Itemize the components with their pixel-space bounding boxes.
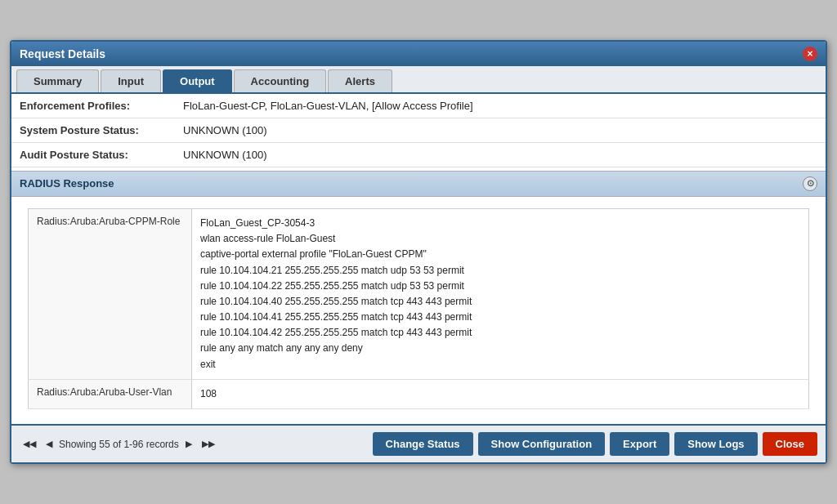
title-bar: Request Details × (11, 42, 826, 66)
action-buttons: Change Status Show Configuration Export … (373, 432, 817, 456)
radius-section-header: RADIUS Response ⊙ (11, 171, 826, 197)
collapse-icon[interactable]: ⊙ (803, 176, 817, 191)
radius-cppm-role-value: FloLan_Guest_CP-3054-3 wlan access-rule … (192, 208, 809, 379)
close-icon[interactable]: × (803, 47, 817, 61)
showing-records-text: Showing 55 of 1-96 records (59, 439, 179, 450)
info-table: Enforcement Profiles: FloLan-Guest-CP, F… (11, 94, 826, 167)
dialog-title: Request Details (20, 47, 105, 60)
change-status-button[interactable]: Change Status (373, 432, 473, 456)
tab-summary[interactable]: Summary (16, 69, 99, 92)
export-button[interactable]: Export (610, 432, 669, 456)
system-posture-label: System Posture Status: (11, 118, 175, 142)
pagination-controls: ◀◀ ◀ Showing 55 of 1-96 records ▶ ▶▶ (20, 437, 218, 451)
audit-posture-row: Audit Posture Status: UNKNOWN (100) (11, 142, 826, 167)
request-details-dialog: Request Details × Summary Input Output A… (10, 40, 827, 464)
radius-content: Radius:Aruba:Aruba-CPPM-Role FloLan_Gues… (11, 197, 826, 424)
audit-posture-label: Audit Posture Status: (11, 142, 175, 167)
tab-alerts[interactable]: Alerts (328, 69, 392, 92)
nav-last-button[interactable]: ▶▶ (199, 437, 218, 451)
show-configuration-button[interactable]: Show Configuration (478, 432, 605, 456)
footer: ◀◀ ◀ Showing 55 of 1-96 records ▶ ▶▶ Cha… (11, 424, 826, 462)
radius-cppm-role-key: Radius:Aruba:Aruba-CPPM-Role (29, 208, 192, 379)
tab-accounting[interactable]: Accounting (234, 69, 327, 92)
radius-user-vlan-value: 108 (192, 379, 809, 408)
enforcement-profiles-value: FloLan-Guest-CP, FloLan-Guest-VLAN, [All… (175, 94, 826, 118)
nav-prev-button[interactable]: ◀ (43, 437, 56, 451)
nav-first-button[interactable]: ◀◀ (20, 437, 39, 451)
tab-output[interactable]: Output (163, 69, 232, 92)
main-content: Enforcement Profiles: FloLan-Guest-CP, F… (11, 94, 826, 424)
system-posture-value: UNKNOWN (100) (175, 118, 826, 142)
tab-bar: Summary Input Output Accounting Alerts (11, 66, 826, 94)
close-button[interactable]: Close (763, 432, 817, 456)
tab-input[interactable]: Input (101, 69, 161, 92)
nav-next-button[interactable]: ▶ (182, 437, 195, 451)
radius-user-vlan-row: Radius:Aruba:Aruba-User-Vlan 108 (29, 379, 809, 408)
audit-posture-value: UNKNOWN (100) (175, 142, 826, 167)
radius-section-title: RADIUS Response (20, 177, 114, 190)
radius-cppm-role-row: Radius:Aruba:Aruba-CPPM-Role FloLan_Gues… (29, 208, 809, 379)
show-logs-button[interactable]: Show Logs (674, 432, 757, 456)
radius-table: Radius:Aruba:Aruba-CPPM-Role FloLan_Gues… (28, 208, 809, 409)
enforcement-profiles-label: Enforcement Profiles: (11, 94, 175, 118)
radius-user-vlan-key: Radius:Aruba:Aruba-User-Vlan (29, 379, 192, 408)
system-posture-row: System Posture Status: UNKNOWN (100) (11, 118, 826, 142)
enforcement-profiles-row: Enforcement Profiles: FloLan-Guest-CP, F… (11, 94, 826, 118)
